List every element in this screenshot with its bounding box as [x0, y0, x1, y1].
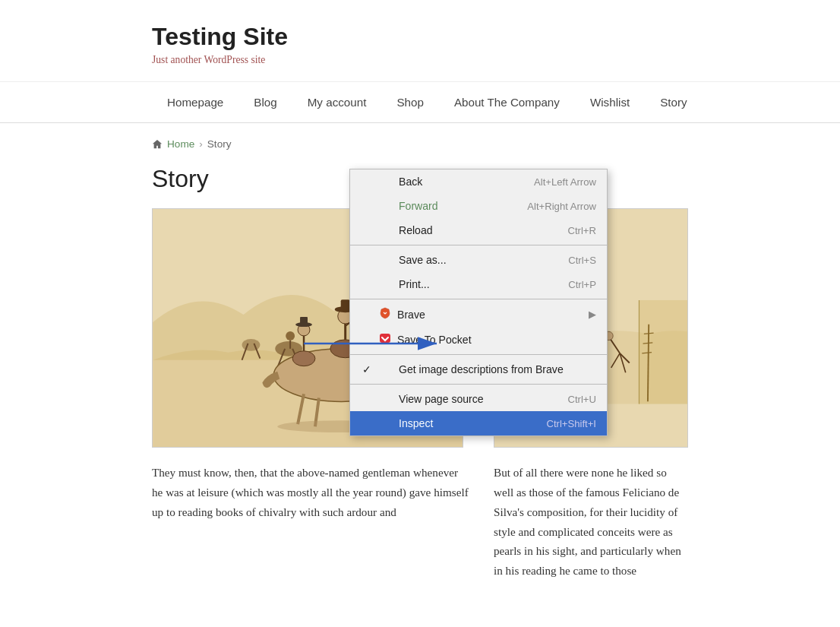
menu-icon-placeholder: [379, 199, 393, 213]
svg-rect-22: [341, 299, 350, 310]
context-menu-item-get-image-descriptions-from-brave[interactable]: ✓Get image descriptions from Brave: [350, 357, 607, 382]
menu-icon-placeholder: [379, 277, 393, 291]
menu-item-label: Back: [399, 176, 422, 188]
site-tagline: Just another WordPress site: [152, 54, 840, 66]
menu-item-label: Reload: [399, 224, 433, 236]
svg-point-10: [242, 339, 261, 351]
right-story-text: But of all there were none he liked so w…: [494, 463, 688, 581]
menu-icon-placeholder: [379, 223, 393, 237]
menu-item-label: Get image descriptions from Brave: [399, 363, 564, 375]
context-menu: BackAlt+Left ArrowForwardAlt+Right Arrow…: [349, 169, 608, 436]
nav-item-homepage[interactable]: Homepage: [152, 82, 238, 122]
context-menu-divider: [350, 384, 607, 385]
svg-point-8: [286, 331, 295, 340]
context-menu-item-inspect[interactable]: InspectCtrl+Shift+I: [350, 411, 607, 435]
menu-item-shortcut: Alt+Right Arrow: [527, 201, 596, 212]
menu-item-shortcut: Alt+Left Arrow: [534, 176, 596, 188]
site-nav: HomepageBlogMy accountShopAbout The Comp…: [0, 82, 840, 123]
menu-item-label: View page source: [399, 393, 484, 405]
brave-icon: [379, 307, 391, 321]
context-menu-divider: [350, 299, 607, 299]
svg-rect-29: [300, 317, 308, 325]
site-header: Testing Site Just another WordPress site: [0, 0, 840, 82]
menu-item-label: Inspect: [399, 417, 433, 429]
nav-item-my-account[interactable]: My account: [292, 82, 382, 122]
menu-item-label: Brave: [397, 309, 425, 321]
context-menu-item-print...[interactable]: Print...Ctrl+P: [350, 272, 607, 296]
nav-item-blog[interactable]: Blog: [238, 82, 292, 122]
svg-rect-35: [639, 300, 688, 404]
nav-item-wishlist[interactable]: Wishlist: [575, 82, 645, 122]
home-icon: [152, 139, 163, 150]
menu-icon-placeholder: [379, 392, 393, 406]
breadcrumb-separator: ›: [199, 138, 203, 150]
menu-item-label: Save as...: [399, 254, 447, 266]
nav-item-about-the-company[interactable]: About The Company: [439, 82, 575, 122]
menu-item-shortcut: Ctrl+R: [567, 225, 596, 236]
inspect-arrow: [296, 332, 448, 358]
breadcrumb-home[interactable]: Home: [167, 138, 194, 150]
menu-item-shortcut: Ctrl+Shift+I: [546, 418, 596, 429]
menu-item-shortcut: Ctrl+P: [568, 279, 596, 290]
context-menu-item-brave[interactable]: Brave▶: [350, 302, 607, 327]
menu-icon-placeholder: [379, 175, 393, 188]
context-menu-item-save-as...[interactable]: Save as...Ctrl+S: [350, 248, 607, 272]
menu-item-shortcut: ▶: [589, 309, 596, 320]
context-menu-item-view-page-source[interactable]: View page sourceCtrl+U: [350, 387, 607, 411]
menu-item-shortcut: Ctrl+S: [568, 255, 596, 266]
nav-item-shop[interactable]: Shop: [381, 82, 438, 122]
menu-item-label: Forward: [399, 200, 438, 212]
context-menu-item-reload[interactable]: ReloadCtrl+R: [350, 218, 607, 242]
left-story-text: They must know, then, that the above-nam…: [152, 463, 471, 522]
breadcrumb: Home › Story: [152, 138, 688, 150]
menu-icon-placeholder: [379, 363, 393, 376]
menu-item-label: Print...: [399, 278, 430, 290]
breadcrumb-current: Story: [207, 138, 232, 150]
main-content: Home › Story Story: [0, 123, 840, 596]
menu-icon-placeholder: [379, 253, 393, 267]
site-title: Testing Site: [152, 23, 840, 51]
menu-item-shortcut: Ctrl+U: [567, 394, 596, 405]
check-mark: ✓: [361, 363, 373, 375]
svg-line-37: [648, 325, 649, 402]
context-menu-item-back[interactable]: BackAlt+Left Arrow: [350, 169, 607, 194]
nav-item-story[interactable]: Story: [645, 82, 702, 122]
context-menu-divider: [350, 245, 607, 245]
context-menu-item-forward[interactable]: ForwardAlt+Right Arrow: [350, 194, 607, 218]
menu-icon-placeholder: [379, 416, 393, 430]
